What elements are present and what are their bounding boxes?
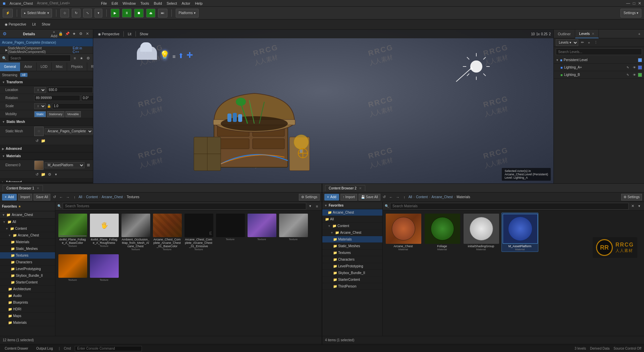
cb1-view-btn[interactable]: ≡ bbox=[314, 204, 320, 209]
scale-select[interactable]: ↕ bbox=[34, 103, 46, 109]
materials-section-header[interactable]: ▼ Materials bbox=[0, 152, 93, 160]
cb1-search-input[interactable] bbox=[63, 203, 306, 210]
cb2-tree-sky[interactable]: 📁 Skybox_Bundle_II bbox=[322, 270, 382, 276]
details-add-btn[interactable]: + Add bbox=[51, 31, 57, 37]
tree-materials2[interactable]: 📁 Materials bbox=[0, 319, 55, 326]
menu-build[interactable]: Build bbox=[154, 1, 162, 5]
settings-btn[interactable]: Settings ▾ bbox=[621, 9, 641, 17]
mat-shading-group[interactable]: initialShadingGroup Material bbox=[463, 213, 499, 252]
cb2-fav-arcane[interactable]: 📁 Arcane_Chest bbox=[322, 209, 382, 216]
cb1-tab[interactable]: Content Browser 1 ✕ bbox=[3, 185, 43, 191]
vp-show-btn[interactable]: Show bbox=[138, 32, 150, 37]
rotation-x[interactable] bbox=[34, 95, 80, 101]
tree-arcane-chest[interactable]: ▼ 📁 Arcane_Chest bbox=[0, 232, 55, 239]
menu-edit[interactable]: Edit bbox=[112, 1, 118, 5]
tab-physics[interactable]: Physics bbox=[67, 62, 87, 71]
mat-foliage[interactable]: Foliage Material bbox=[424, 213, 461, 252]
cb2-tab-close[interactable]: ✕ bbox=[359, 186, 362, 190]
asset-foliage-base-color[interactable]: 4x4M_Plane_Foliage_A_BaseColor Texture bbox=[57, 213, 88, 252]
levels-more-btn[interactable]: ⋮ bbox=[593, 40, 598, 45]
bc2-all[interactable]: All bbox=[409, 195, 412, 199]
cb1-up-btn[interactable]: ↑ bbox=[72, 194, 77, 200]
close-btn[interactable]: ✕ bbox=[638, 1, 641, 6]
levels-pencil-btn[interactable]: ✏ bbox=[580, 40, 585, 45]
select-mode-btn[interactable]: ▸ Select Mode ▾ bbox=[21, 9, 52, 17]
tab-general[interactable]: General bbox=[0, 62, 20, 71]
location-select[interactable]: ↕ bbox=[34, 87, 46, 93]
tree-starter[interactable]: 📁 StarterContent bbox=[0, 279, 55, 286]
tree-all[interactable]: ▼ 📁 All bbox=[0, 219, 55, 225]
mobility-static-btn[interactable]: Static bbox=[34, 111, 46, 117]
platforms-btn[interactable]: Platforms ▾ bbox=[176, 9, 199, 17]
cb2-search-input[interactable] bbox=[390, 203, 629, 210]
tree-skybox[interactable]: 📁 Skybox_Bundle_II bbox=[0, 272, 55, 279]
cb2-tree-sm[interactable]: 📁 Static_Meshes bbox=[322, 243, 382, 250]
menu-file[interactable]: File bbox=[101, 1, 107, 5]
mesh-refresh-btn[interactable]: ↺ bbox=[34, 138, 40, 144]
level-item-lighting-a[interactable]: ■ Lighting_A+ ✎ 👁 bbox=[554, 64, 644, 71]
cb1-add-btn[interactable]: + Add bbox=[2, 194, 17, 201]
tree-characters[interactable]: 📁 Characters bbox=[0, 259, 55, 266]
tree-blueprints[interactable]: 📁 Blueprints bbox=[0, 299, 55, 306]
cb2-tree-char[interactable]: 📁 Characters bbox=[322, 256, 382, 263]
bc2-arcane-chest[interactable]: Arcane_Chest bbox=[432, 195, 453, 199]
asset-foliage-roughness[interactable]: 🖐 4x4M_Plane_Foliage_A_Roughness Texture bbox=[89, 213, 119, 252]
output-log-btn[interactable]: Output Log bbox=[34, 347, 55, 350]
material-action-1[interactable]: ↺ bbox=[34, 172, 40, 177]
asset-purple[interactable]: Texture bbox=[247, 213, 277, 252]
mesh-folder-btn[interactable]: 📁 bbox=[41, 138, 46, 144]
play-btn[interactable]: ▶ bbox=[111, 9, 119, 17]
cb2-tree-sc[interactable]: 📁 StarterContent bbox=[322, 276, 382, 283]
cb2-tree-lp[interactable]: 📁 LevelPrototyping bbox=[322, 263, 382, 270]
edit-cpp-link[interactable]: Edit in C++ bbox=[73, 46, 88, 54]
cb1-import-btn[interactable]: Import bbox=[18, 194, 32, 201]
tree-level-proto[interactable]: 📁 LevelPrototyping bbox=[0, 266, 55, 272]
all-badge[interactable]: All bbox=[20, 73, 28, 77]
cb1-tab-close[interactable]: ✕ bbox=[37, 186, 39, 190]
vp-lit-btn[interactable]: Lit bbox=[126, 32, 133, 37]
details-filter-btn[interactable]: ≡ bbox=[72, 55, 77, 61]
tab-actor[interactable]: Actor bbox=[20, 62, 37, 71]
asset-black[interactable]: Texture bbox=[215, 213, 245, 252]
cb2-forward-btn[interactable]: → bbox=[395, 194, 400, 200]
tree-audio[interactable]: 📁 Audio bbox=[0, 293, 55, 299]
cb2-clear-btn[interactable]: ✕ bbox=[630, 204, 635, 209]
levels-add-btn[interactable]: + bbox=[586, 40, 592, 45]
details-gear-icon[interactable]: ⚙ bbox=[78, 31, 84, 37]
cmd-input[interactable] bbox=[75, 346, 142, 351]
details-lock-btn[interactable]: 🔒 bbox=[58, 31, 63, 37]
asset-orange[interactable]: Texture bbox=[57, 253, 88, 282]
menu-tools[interactable]: Tools bbox=[141, 1, 149, 5]
transform-move-btn[interactable]: ⊹ bbox=[60, 9, 69, 17]
details-settings-icon[interactable]: ⚙ bbox=[86, 55, 91, 61]
advanced2-section-header[interactable]: ▶ Advanced bbox=[0, 179, 93, 182]
stop-btn[interactable]: ⏹ bbox=[134, 9, 144, 17]
scale-x[interactable] bbox=[52, 103, 93, 109]
cb2-tree-all[interactable]: 📁 All bbox=[322, 216, 382, 223]
details-bp-btn[interactable]: ★ bbox=[71, 31, 77, 37]
static-mesh-section-header[interactable]: ▼ Static Mesh bbox=[0, 118, 93, 126]
menu-actor[interactable]: Actor bbox=[181, 1, 190, 5]
material-action-arrow[interactable]: ▾ bbox=[53, 172, 59, 177]
cb2-add-btn[interactable]: + Add bbox=[324, 194, 339, 201]
tab-lod[interactable]: LOD bbox=[37, 62, 52, 71]
pause-btn[interactable]: ⏸ bbox=[122, 9, 131, 17]
cb2-tree-ac[interactable]: ▼ 📁 Arcane_Chest bbox=[322, 229, 382, 236]
tab-outliner[interactable]: Outliner bbox=[554, 30, 575, 38]
material-browse-btn[interactable]: ⊞ bbox=[86, 163, 91, 168]
level-item-lighting-b[interactable]: ■ Lighting_B ✎ 👁 bbox=[554, 71, 644, 79]
cb1-refresh-btn[interactable]: ↺ bbox=[52, 194, 57, 200]
transform-scale-btn[interactable]: ⤡ bbox=[83, 9, 92, 17]
cb1-filter-btn[interactable]: ▾ bbox=[308, 204, 313, 209]
tab-levels[interactable]: Levels ✕ bbox=[575, 30, 599, 38]
skip-btn[interactable]: ⏭ bbox=[158, 9, 167, 17]
cb1-settings-btn[interactable]: ⚙ Settings bbox=[299, 194, 320, 201]
asset-emissive[interactable]: E Arcane_Chest_Complete_Arcane_Chest_01_… bbox=[183, 213, 214, 252]
cb1-back-btn[interactable]: ← bbox=[58, 194, 64, 200]
cb2-up-btn[interactable]: ↑ bbox=[402, 194, 407, 200]
location-x[interactable] bbox=[47, 87, 93, 93]
bc2-content[interactable]: Content bbox=[416, 195, 428, 199]
cb2-refresh-btn[interactable]: ↺ bbox=[382, 194, 387, 200]
maximize-btn[interactable]: □ bbox=[633, 1, 635, 6]
menu-select[interactable]: Select bbox=[167, 1, 177, 5]
